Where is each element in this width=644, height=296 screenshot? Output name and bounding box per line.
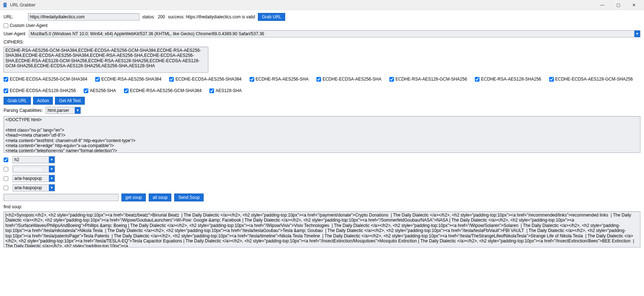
- cipher-checkbox[interactable]: ECDHE-RSA-AES256-GCM-SHA384: [124, 88, 201, 93]
- parsing-row: Parsing Capabilities: ▼: [4, 107, 640, 114]
- filter-row: ▼: [4, 175, 640, 182]
- filter-combo[interactable]: ▼: [13, 175, 55, 182]
- url-input[interactable]: [28, 13, 139, 21]
- minimize-button[interactable]: —: [594, 0, 610, 10]
- cipher-checkbox-label: ECDHE-RSA-AES128-GCM-SHA256: [395, 77, 467, 82]
- cipher-checkbox-label: ECDHE-RSA-AES256-SHA384: [101, 77, 161, 82]
- cipher-checkbox-label: ECDHE-ECDSA-AES128-SHA256: [10, 88, 76, 93]
- ciphers-label: CIPHERS:: [4, 40, 24, 45]
- cipher-checkbox[interactable]: AES256-SHA: [84, 88, 116, 93]
- parser-combo[interactable]: ▼: [46, 107, 81, 114]
- get-all-text-button[interactable]: Get All Text: [55, 97, 84, 105]
- filter-combo[interactable]: ▼: [13, 156, 55, 163]
- cipher-checkbox-input[interactable]: [95, 77, 100, 82]
- filter-checkbox[interactable]: [4, 167, 8, 172]
- cipher-checkbox[interactable]: ECDHE-ECDSA-AES256-GCM-SHA384: [4, 77, 87, 82]
- cipher-checkbox-input[interactable]: [389, 77, 394, 82]
- cipher-checkbox-input[interactable]: [124, 88, 129, 93]
- parser-input[interactable]: [46, 107, 75, 114]
- titlebar: URL Grabber — ▢ ✕: [0, 0, 644, 10]
- cipher-checkbox-label: ECDHE-RSA-AES256-SHA: [256, 77, 309, 82]
- window-title: URL Grabber: [10, 3, 36, 8]
- all-soup-button[interactable]: all soup: [149, 193, 171, 201]
- cipher-checkbox[interactable]: ECDHE-RSA-AES256-SHA384: [95, 77, 161, 82]
- filter-combo-input[interactable]: [13, 156, 49, 163]
- status-label: status:: [142, 14, 155, 19]
- url-row: URL: status: 200 success: https://thedai…: [4, 13, 640, 21]
- filter-row: ▼: [4, 165, 640, 173]
- chevron-down-icon[interactable]: ▼: [49, 185, 55, 191]
- app-icon: [2, 2, 8, 8]
- filter-combo[interactable]: ▼: [13, 184, 55, 191]
- custom-user-agent-checkbox-input[interactable]: [4, 23, 8, 28]
- cipher-checkbox-label: ECDHE-ECDSA-AES256-SHA384: [175, 77, 241, 82]
- cipher-checkbox-label: ECDHE-RSA-AES256-GCM-SHA384: [130, 88, 201, 93]
- action-button-row: Grab URL Action Get All Text: [4, 97, 640, 105]
- filter-checkbox[interactable]: [4, 176, 8, 181]
- soup-row: get soup all soup Send Soup: [4, 193, 640, 201]
- soup-input[interactable]: [4, 194, 119, 201]
- user-agent-label: User-Agent: [4, 31, 25, 36]
- chevron-down-icon[interactable]: ▼: [49, 175, 55, 182]
- close-button[interactable]: ✕: [626, 0, 642, 10]
- cipher-checkbox[interactable]: ECDHE-RSA-AES128-GCM-SHA256: [389, 77, 467, 82]
- chevron-down-icon[interactable]: ▼: [49, 156, 55, 163]
- cipher-checkbox-input[interactable]: [84, 88, 88, 93]
- grab-url-button[interactable]: Grab URL: [4, 97, 31, 105]
- get-soup-button[interactable]: get soup: [121, 193, 146, 201]
- cipher-checkbox-input[interactable]: [475, 77, 479, 82]
- chevron-down-icon[interactable]: ▼: [75, 107, 80, 114]
- cipher-checkbox-label: ECDHE-ECDSA-AES128-GCM-SHA256: [555, 77, 633, 82]
- cipher-checkbox-input[interactable]: [169, 77, 174, 82]
- svg-point-0: [4, 4, 5, 4]
- parsing-label: Parsing Capabilities:: [4, 108, 43, 113]
- custom-user-agent-label: Custom User-Agent: [10, 23, 47, 28]
- cipher-checkbox[interactable]: AES128-SHA: [209, 88, 242, 93]
- find-soup-label: find soup:: [4, 204, 22, 209]
- status-code: 200: [158, 14, 165, 19]
- grab-url-button-top[interactable]: Grab URL: [258, 13, 285, 21]
- cipher-checkbox[interactable]: ECDHE-ECDSA-AES128-GCM-SHA256: [549, 77, 633, 82]
- cipher-checkbox[interactable]: ECDHE-RSA-AES256-SHA: [250, 77, 309, 82]
- cipher-checkbox-label: ECDHE-ECDSA-AES256-GCM-SHA384: [10, 77, 87, 82]
- cipher-checkbox-label: AES128-SHA: [216, 88, 242, 93]
- cipher-checkbox[interactable]: ECDHE-RSA-AES128-SHA256: [475, 77, 541, 82]
- filter-combo-input[interactable]: [13, 166, 49, 172]
- cipher-checkbox-input[interactable]: [209, 88, 214, 93]
- find-soup-textarea[interactable]: [4, 211, 640, 247]
- cipher-checkbox-input[interactable]: [4, 88, 8, 93]
- user-agent-input[interactable]: [29, 31, 634, 37]
- cipher-checkbox-input[interactable]: [250, 77, 254, 82]
- user-agent-row: User-Agent ▼: [4, 30, 640, 37]
- html-source-textarea[interactable]: [4, 116, 640, 153]
- success-label: success: https://thedailydialectics.com …: [168, 14, 255, 19]
- action-button[interactable]: Action: [33, 97, 53, 105]
- svg-point-1: [5, 4, 6, 4]
- chevron-down-icon[interactable]: ▼: [634, 31, 640, 37]
- filter-row: ▼: [4, 156, 640, 163]
- custom-user-agent-checkbox[interactable]: Custom User-Agent: [4, 23, 47, 28]
- filter-rows: ▼▼▼▼: [4, 156, 640, 191]
- send-soup-button[interactable]: Send Soup: [174, 193, 203, 201]
- user-agent-combo[interactable]: ▼: [29, 30, 640, 37]
- cipher-checkbox-label: AES256-SHA: [90, 88, 116, 93]
- cipher-checkbox[interactable]: ECDHE-ECDSA-AES256-SHA: [316, 77, 381, 82]
- filter-combo-input[interactable]: [13, 175, 49, 182]
- cipher-checkbox-input[interactable]: [4, 77, 8, 82]
- cipher-checkbox[interactable]: ECDHE-ECDSA-AES128-SHA256: [4, 88, 76, 93]
- cipher-checkboxes: ECDHE-ECDSA-AES256-GCM-SHA384ECDHE-RSA-A…: [4, 77, 640, 93]
- find-soup-section: find soup:: [4, 204, 640, 249]
- cipher-checkbox-input[interactable]: [316, 77, 321, 82]
- ciphers-textarea[interactable]: [4, 47, 208, 73]
- maximize-button[interactable]: ▢: [610, 0, 626, 10]
- cipher-checkbox-label: ECDHE-RSA-AES128-SHA256: [481, 77, 541, 82]
- cipher-checkbox-input[interactable]: [549, 77, 554, 82]
- filter-checkbox[interactable]: [4, 186, 8, 190]
- cipher-checkbox[interactable]: ECDHE-ECDSA-AES256-SHA384: [169, 77, 241, 82]
- chevron-down-icon[interactable]: ▼: [49, 166, 55, 172]
- cipher-checkbox-label: ECDHE-ECDSA-AES256-SHA: [323, 77, 381, 82]
- url-label: URL:: [4, 14, 25, 19]
- filter-combo-input[interactable]: [13, 185, 49, 191]
- filter-checkbox[interactable]: [4, 158, 8, 162]
- filter-combo[interactable]: ▼: [13, 165, 55, 173]
